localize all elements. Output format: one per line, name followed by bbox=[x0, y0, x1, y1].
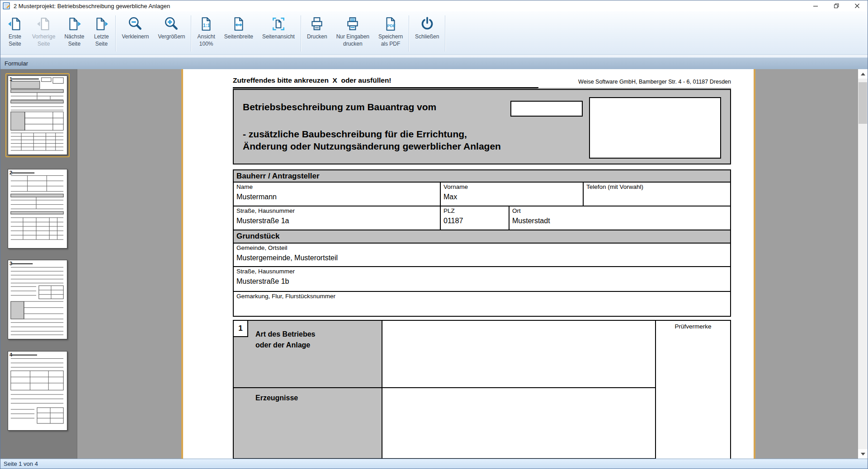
page-4-miniature bbox=[8, 352, 67, 431]
thumbnail-page-number: 2 bbox=[9, 170, 12, 175]
pruefvermerke-label: Prüfvermerke bbox=[656, 323, 730, 330]
toolbar: Erste Seite Vorherige Seite Nächste Seit… bbox=[0, 11, 868, 55]
field-ort-label: Ort bbox=[512, 207, 521, 214]
thumbnail-page-1[interactable]: 1 bbox=[5, 73, 70, 157]
print-inputs-icon bbox=[344, 14, 361, 33]
scroll-down-icon bbox=[861, 453, 865, 455]
title-bar: 2 Musterprojekt: Betriebsbeschreibung ge… bbox=[0, 0, 868, 11]
field-name[interactable]: Name Mustermann bbox=[233, 182, 441, 206]
scroll-up-button[interactable] bbox=[858, 69, 868, 79]
toolbar-separator bbox=[409, 15, 409, 52]
field-ort-value: Musterstadt bbox=[512, 217, 550, 225]
form-instruction: Zutreffendes bitte ankreuzen X oder ausf… bbox=[233, 76, 392, 84]
field-strasse-grundstueck-value: Musterstraße 1b bbox=[236, 277, 289, 286]
app-icon bbox=[3, 2, 10, 10]
field-gemarkung-label: Gemarkung, Flur, Flurstücksnummer bbox=[236, 293, 335, 300]
pruefvermerke-column: Prüfvermerke bbox=[655, 320, 731, 459]
form-tab-bar: Formular bbox=[0, 57, 868, 69]
save-pdf-icon: PDF bbox=[382, 14, 399, 33]
toolbar-button-verkleinern[interactable]: Verkleinern bbox=[117, 13, 153, 42]
restore-icon bbox=[834, 3, 839, 9]
content-area: 1 bbox=[0, 69, 868, 459]
page-right-edge bbox=[754, 69, 755, 459]
form-bar-label: Formular bbox=[5, 60, 28, 67]
toolbar-button-label: Ansicht 100% bbox=[197, 33, 215, 47]
field-strasse-grundstueck[interactable]: Straße, Hausnummer Musterstraße 1b bbox=[233, 266, 731, 292]
bauantrag-date-field[interactable] bbox=[510, 101, 583, 117]
toolbar-button-label: Drucken bbox=[307, 33, 327, 41]
item1-number-badge: 1 bbox=[233, 320, 248, 337]
thumbnail-page-4[interactable]: 4 bbox=[5, 349, 70, 433]
stamp-field[interactable] bbox=[589, 97, 721, 159]
form-subtitle-line2: Änderung oder Nutzungsänderung gewerblic… bbox=[243, 141, 501, 152]
header-rule bbox=[233, 87, 538, 89]
restore-button[interactable] bbox=[826, 0, 847, 11]
field-strasse-bauherr[interactable]: Straße, Hausnummer Musterstraße 1a bbox=[233, 206, 441, 230]
power-close-icon bbox=[419, 14, 435, 33]
view-100-icon: 1:1 bbox=[198, 14, 214, 33]
item1-label: Art des Betriebes oder der Anlage bbox=[255, 329, 316, 351]
page-3-miniature bbox=[8, 260, 67, 339]
thumbnail-page-2[interactable]: 2 bbox=[5, 167, 70, 251]
field-telefon[interactable]: Telefon (mit Vorwahl) bbox=[583, 182, 731, 206]
svg-text:PDF: PDF bbox=[387, 23, 396, 28]
thumbnail-page-number: 3 bbox=[9, 261, 12, 266]
toolbar-button-seitenansicht[interactable]: Seitenansicht bbox=[258, 13, 299, 42]
field-strasse-label: Straße, Hausnummer bbox=[236, 207, 295, 214]
toolbar-button-vergroessern[interactable]: Vergrößern bbox=[153, 13, 189, 42]
toolbar-button-letzte-seite[interactable]: Letzte Seite bbox=[89, 13, 114, 49]
scrollbar-thumb[interactable] bbox=[859, 82, 867, 124]
minimize-button[interactable] bbox=[805, 0, 826, 11]
field-name-label: Name bbox=[236, 183, 253, 190]
toolbar-button-nur-eingaben-drucken[interactable]: Nur Eingaben drucken bbox=[332, 13, 374, 49]
toolbar-separator bbox=[191, 15, 191, 52]
toolbar-button-ansicht-100[interactable]: 1:1 Ansicht 100% bbox=[193, 13, 219, 49]
toolbar-button-label: Schließen bbox=[415, 33, 439, 41]
item1-input-field[interactable] bbox=[382, 320, 656, 388]
toolbar-button-label: Seitenbreite bbox=[224, 33, 253, 41]
field-gemarkung[interactable]: Gemarkung, Flur, Flurstücksnummer bbox=[233, 291, 731, 317]
erzeugnisse-label: Erzeugnisse bbox=[255, 393, 298, 403]
previous-page-icon bbox=[36, 14, 52, 33]
form-page: Zutreffendes bitte ankreuzen X oder ausf… bbox=[181, 69, 755, 459]
field-name-value: Mustermann bbox=[236, 193, 277, 201]
erzeugnisse-input-field[interactable] bbox=[382, 387, 656, 459]
toolbar-button-schliessen[interactable]: Schließen bbox=[410, 13, 443, 42]
page-view-icon bbox=[270, 14, 287, 33]
field-ort[interactable]: Ort Musterstadt bbox=[509, 206, 731, 230]
close-button[interactable] bbox=[847, 0, 868, 11]
page-1-miniature bbox=[8, 76, 67, 155]
toolbar-button-vorherige-seite: Vorherige Seite bbox=[28, 13, 60, 49]
field-vorname[interactable]: Vorname Max bbox=[440, 182, 584, 206]
scroll-down-button[interactable] bbox=[858, 449, 868, 459]
status-bar: Seite 1 von 4 bbox=[0, 459, 868, 469]
zoom-in-icon bbox=[163, 14, 179, 33]
toolbar-button-label: Erste Seite bbox=[9, 33, 21, 47]
toolbar-button-erste-seite[interactable]: Erste Seite bbox=[2, 13, 28, 49]
item1-label-cell: Art des Betriebes oder der Anlage bbox=[233, 320, 382, 388]
toolbar-button-drucken[interactable]: Drucken bbox=[302, 13, 332, 42]
application-window: 2 Musterprojekt: Betriebsbeschreibung ge… bbox=[0, 0, 868, 469]
thumbnail-page-3[interactable]: 3 bbox=[5, 258, 70, 342]
toolbar-button-naechste-seite[interactable]: Nächste Seite bbox=[60, 13, 89, 49]
field-strasse-grundstueck-label: Straße, Hausnummer bbox=[236, 268, 295, 275]
document-canvas: Zutreffendes bitte ankreuzen X oder ausf… bbox=[78, 69, 858, 459]
field-gemeinde[interactable]: Gemeinde, Ortsteil Mustergemeinde, Muste… bbox=[233, 243, 731, 267]
field-strasse-value: Musterstraße 1a bbox=[236, 217, 289, 225]
page-2-miniature bbox=[8, 169, 67, 249]
form-title: Betriebsbeschreibung zum Bauantrag vom bbox=[243, 102, 436, 113]
erzeugnisse-label-cell: Erzeugnisse bbox=[233, 387, 382, 459]
field-plz[interactable]: PLZ 01187 bbox=[440, 206, 509, 230]
toolbar-button-seitenbreite[interactable]: Seitenbreite bbox=[220, 13, 258, 42]
vertical-scrollbar[interactable] bbox=[858, 69, 868, 459]
toolbar-button-label: Vorherige Seite bbox=[32, 33, 55, 47]
last-page-icon bbox=[93, 14, 109, 33]
page-left-edge bbox=[181, 69, 183, 459]
toolbar-separator bbox=[445, 15, 445, 52]
toolbar-button-label: Vergrößern bbox=[158, 33, 185, 41]
toolbar-button-speichern-als-pdf[interactable]: PDF Speichern als PDF bbox=[374, 13, 407, 49]
toolbar-button-label: Seitenansicht bbox=[262, 33, 295, 41]
status-page-indicator: Seite 1 von 4 bbox=[4, 460, 38, 467]
next-page-icon bbox=[66, 14, 82, 33]
field-telefon-label: Telefon (mit Vorwahl) bbox=[586, 183, 643, 190]
